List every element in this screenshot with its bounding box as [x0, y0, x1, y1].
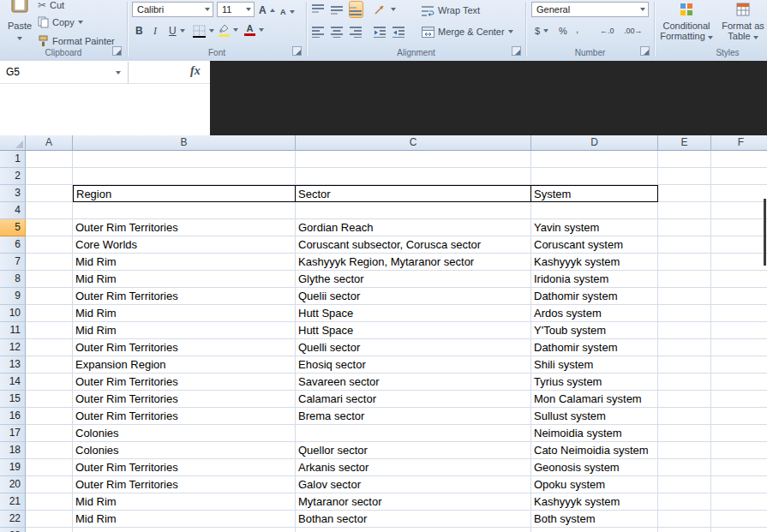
row-header-18[interactable]: 18 [0, 442, 26, 459]
cell-A13[interactable] [26, 356, 73, 374]
cell-D19[interactable]: Geonosis system [531, 459, 658, 476]
cell-E20[interactable] [658, 476, 711, 493]
cell-F1[interactable] [711, 151, 767, 168]
cell-D17[interactable]: Neimoidia system [531, 425, 658, 442]
cell-A21[interactable] [26, 493, 73, 511]
cell-D2[interactable] [531, 168, 658, 185]
row-header-17[interactable]: 17 [0, 425, 26, 442]
cell-D5[interactable]: Yavin system [531, 219, 658, 236]
cell-D13[interactable]: Shili system [531, 356, 658, 374]
cell-C11[interactable]: Hutt Space [296, 322, 531, 339]
cell-C14[interactable]: Savareen sector [296, 374, 531, 391]
cell-F7[interactable] [711, 254, 767, 271]
vertical-scrollbar-thumb[interactable] [764, 199, 766, 266]
row-header-7[interactable]: 7 [0, 254, 26, 271]
row-header-5[interactable]: 5 [0, 219, 26, 236]
cell-B6[interactable]: Core Worlds [73, 236, 296, 254]
cell-C18[interactable]: Quellor sector [296, 442, 531, 459]
cell-E22[interactable] [658, 511, 711, 528]
cut-button[interactable]: ✂ Cut [38, 0, 64, 13]
borders-button[interactable] [193, 23, 214, 39]
cell-D4[interactable] [531, 202, 658, 219]
cell-A11[interactable] [26, 322, 73, 339]
align-center-button[interactable] [331, 24, 344, 39]
cell-F14[interactable] [711, 374, 767, 391]
cell-E6[interactable] [658, 236, 711, 254]
cell-E16[interactable] [658, 408, 711, 425]
cell-A17[interactable] [26, 425, 73, 442]
cell-B12[interactable]: Outer Rim Territories [73, 339, 296, 356]
cell-D16[interactable]: Sullust system [531, 408, 658, 425]
cell-B11[interactable]: Mid Rim [73, 322, 296, 339]
shrink-font-button[interactable]: A [280, 4, 295, 20]
cell-F15[interactable] [711, 391, 767, 408]
row-header-11[interactable]: 11 [0, 322, 26, 339]
cell-D1[interactable] [531, 151, 658, 168]
cell-E23[interactable] [658, 528, 711, 532]
row-header-16[interactable]: 16 [0, 408, 26, 425]
cell-C16[interactable]: Brema sector [296, 408, 531, 425]
cell-F23[interactable] [711, 528, 767, 532]
cell-D21[interactable]: Kashyyyk system [531, 493, 658, 511]
cell-A10[interactable] [26, 305, 73, 322]
cell-B9[interactable]: Outer Rim Territories [73, 288, 296, 305]
cell-F5[interactable] [711, 219, 767, 236]
cell-B23[interactable] [73, 528, 296, 532]
cell-F21[interactable] [711, 493, 767, 511]
grow-font-button[interactable]: A [259, 3, 275, 18]
cell-C17[interactable] [296, 425, 531, 442]
sheet[interactable]: ABCDEF123RegionSectorSystem45Outer Rim T… [0, 135, 767, 532]
cell-E9[interactable] [658, 288, 711, 305]
cell-E21[interactable] [658, 493, 711, 511]
cell-C9[interactable]: Quelii sector [296, 288, 531, 305]
cell-B22[interactable]: Mid Rim [73, 511, 296, 528]
cell-C21[interactable]: Mytaranor sector [296, 493, 531, 511]
cell-C10[interactable]: Hutt Space [296, 305, 531, 322]
conditional-formatting-button[interactable]: Conditional Formatting [658, 0, 715, 48]
align-right-button[interactable] [350, 24, 363, 39]
format-painter-button[interactable]: Format Painter [38, 33, 115, 49]
cell-B21[interactable]: Mid Rim [73, 493, 296, 511]
cell-F9[interactable] [711, 288, 767, 305]
alignment-dialog-launcher-icon[interactable] [512, 46, 521, 56]
increase-indent-button[interactable] [392, 24, 405, 39]
cell-E18[interactable] [658, 442, 711, 459]
bold-button[interactable]: B [135, 23, 143, 39]
cell-B13[interactable]: Expansion Region [73, 356, 296, 374]
cell-A16[interactable] [26, 408, 73, 425]
cell-B3[interactable]: Region [73, 185, 296, 202]
cell-C2[interactable] [296, 168, 531, 185]
decrease-decimal-button[interactable]: .00→ [624, 23, 643, 39]
cell-E11[interactable] [658, 322, 711, 339]
cell-C8[interactable]: Glythe sector [296, 271, 531, 288]
column-header-D[interactable]: D [531, 135, 658, 151]
cell-F19[interactable] [711, 459, 767, 476]
cell-B14[interactable]: Outer Rim Territories [73, 374, 296, 391]
cell-F12[interactable] [711, 339, 767, 356]
cell-F13[interactable] [711, 356, 767, 374]
cell-E5[interactable] [658, 219, 711, 236]
row-header-19[interactable]: 19 [0, 459, 26, 476]
cell-F20[interactable] [711, 476, 767, 493]
row-header-15[interactable]: 15 [0, 391, 26, 408]
cell-D15[interactable]: Mon Calamari system [531, 391, 658, 408]
column-header-B[interactable]: B [73, 135, 296, 151]
cell-A6[interactable] [26, 236, 73, 254]
cell-B17[interactable]: Colonies [73, 425, 296, 442]
name-box[interactable]: G5 [0, 62, 129, 84]
wrap-text-button[interactable]: Wrap Text [422, 3, 480, 18]
align-left-button[interactable] [312, 24, 325, 39]
number-format-select[interactable]: General [531, 2, 649, 17]
row-header-3[interactable]: 3 [0, 185, 26, 202]
select-all-corner[interactable] [0, 135, 26, 151]
cell-D10[interactable]: Ardos system [531, 305, 658, 322]
column-header-C[interactable]: C [296, 135, 531, 151]
cell-A3[interactable] [26, 185, 73, 202]
cell-C19[interactable]: Arkanis sector [296, 459, 531, 476]
cell-D6[interactable]: Coruscant system [531, 236, 658, 254]
cell-B1[interactable] [73, 151, 296, 168]
clipboard-dialog-launcher-icon[interactable] [112, 46, 122, 56]
cell-D11[interactable]: Y'Toub system [531, 322, 658, 339]
cell-A18[interactable] [26, 442, 73, 459]
cell-F18[interactable] [711, 442, 767, 459]
